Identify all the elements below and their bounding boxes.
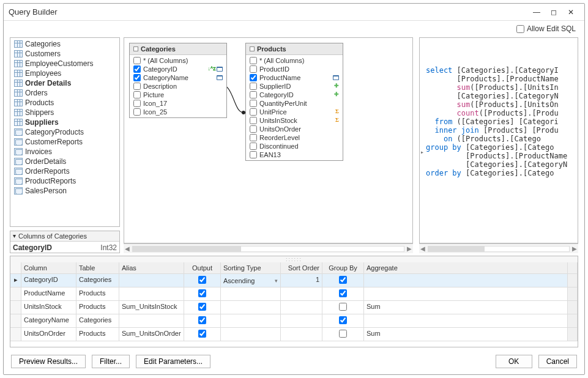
grid-row[interactable]: UnitsOnOrderProductsSum_UnitsOnOrderSum [10,328,578,341]
field-row[interactable]: SupplierID✚ [246,82,343,91]
tree-item[interactable]: ProductReports [12,176,118,186]
cell-groupby[interactable] [322,274,364,287]
cell-output[interactable] [184,301,221,314]
field-row[interactable]: Discontinued [246,142,343,150]
field-checkbox[interactable] [250,100,257,107]
cell-sorting[interactable]: Ascending▾ [221,274,281,287]
field-checkbox[interactable] [250,134,257,141]
field-row[interactable]: Icon_17 [130,99,226,108]
filter-button[interactable]: Filter... [92,355,130,368]
diagram-canvas[interactable]: Categories * (All Columns)CategoryID↓ᴬᴢC… [124,37,413,244]
cell-groupby[interactable] [322,328,364,341]
field-row[interactable]: CategoryName [130,73,226,82]
cell-table[interactable]: Products [76,328,119,341]
cell-sorting[interactable] [221,314,281,327]
grid-resizer[interactable]: :::::: [10,256,578,262]
cell-alias[interactable] [119,287,184,300]
output-checkbox[interactable] [198,330,206,338]
groupby-checkbox[interactable] [339,330,347,338]
tree-item[interactable]: Orders [12,88,118,98]
output-checkbox[interactable] [198,276,206,284]
field-row[interactable]: CategoryID✚ [246,91,343,99]
cell-table[interactable]: Categories [76,314,119,327]
field-checkbox[interactable] [133,108,141,116]
groupby-checkbox[interactable] [339,276,347,284]
cell-aggregate[interactable] [364,274,568,287]
cell-column[interactable]: UnitsOnOrder [21,328,76,341]
tree-item[interactable]: CategoryProducts [12,127,118,137]
cell-aggregate[interactable]: Sum [364,301,568,314]
field-checkbox[interactable] [133,65,141,73]
output-checkbox[interactable] [198,289,206,297]
diagram-table-categories[interactable]: Categories * (All Columns)CategoryID↓ᴬᴢC… [129,43,227,118]
cell-sorting[interactable] [221,328,281,341]
grid-row[interactable]: ▸CategoryIDCategoriesAscending▾1 [10,274,578,287]
row-selector[interactable] [10,314,21,327]
tree-item[interactable]: Products [12,98,118,108]
cell-sorting[interactable] [221,287,281,300]
cell-sortorder[interactable] [281,314,322,327]
field-row[interactable]: ProductName [246,73,343,82]
field-row[interactable]: ReorderLevel [246,133,343,142]
grid-row[interactable]: CategoryNameCategories [10,314,578,328]
cell-table[interactable]: Categories [76,274,119,287]
field-row[interactable]: ProductID [246,65,343,73]
cell-column[interactable]: CategoryName [21,314,76,327]
col-header-output[interactable]: Output [184,262,221,273]
grid-row[interactable]: ProductNameProducts [10,287,578,301]
field-checkbox[interactable] [250,65,257,73]
cell-output[interactable] [184,287,221,300]
close-button[interactable]: ✕ [562,8,579,17]
tree-item[interactable]: OrderDetails [12,157,118,166]
field-row[interactable]: UnitPriceΣ [246,108,343,116]
cell-sortorder[interactable] [281,301,322,314]
field-checkbox[interactable] [250,143,257,150]
diagram-hscroll[interactable]: ◀▶ [124,243,413,253]
cell-output[interactable] [184,314,221,327]
tree-item[interactable]: Categories [12,39,118,49]
cell-sortorder[interactable] [281,328,322,341]
diagram-table-products[interactable]: Products * (All Columns)ProductIDProduct… [245,43,343,161]
field-checkbox[interactable] [250,117,257,124]
edit-parameters-button[interactable]: Edit Parameters... [136,355,210,368]
col-header-aggregate[interactable]: Aggregate [364,262,568,273]
cell-alias[interactable]: Sum_UnitsInStock [119,301,184,314]
output-checkbox[interactable] [198,316,206,324]
column-info-row[interactable]: CategoryIDInt32 [13,243,117,253]
tree-item[interactable]: CustomerReports [12,137,118,147]
cell-sortorder[interactable]: 1 [281,274,322,287]
field-row[interactable]: UnitsOnOrder [246,125,343,133]
row-selector[interactable] [10,328,21,341]
column-info-row[interactable]: CategoryNa...String(15) [13,253,117,253]
field-checkbox[interactable] [250,151,257,158]
col-header-column[interactable]: Column [21,262,76,273]
tree-item[interactable]: SalesPerson [12,186,118,196]
cell-column[interactable]: CategoryID [21,274,76,287]
maximize-button[interactable]: ◻ [545,8,562,17]
cell-table[interactable]: Products [76,301,119,314]
tree-item[interactable]: Shippers [12,108,118,117]
field-checkbox[interactable] [250,57,257,64]
cell-groupby[interactable] [322,287,364,300]
field-checkbox[interactable] [133,83,141,90]
output-checkbox[interactable] [198,303,206,311]
field-row[interactable]: Icon_25 [130,108,226,116]
cell-column[interactable]: ProductName [21,287,76,300]
field-checkbox[interactable] [250,108,257,116]
field-checkbox[interactable] [250,74,257,81]
grid-row[interactable]: UnitsInStockProductsSum_UnitsInStockSum [10,301,578,314]
field-row[interactable]: QuantityPerUnit [246,99,343,108]
row-selector[interactable]: ▸ [10,274,21,287]
cell-aggregate[interactable] [364,314,568,327]
tree-item[interactable]: Suppliers [12,117,118,127]
cell-sortorder[interactable] [281,287,322,300]
table-tree[interactable]: CategoriesCustomersEmployeeCustomersEmpl… [10,37,120,227]
col-header-table[interactable]: Table [76,262,119,273]
row-selector[interactable] [10,287,21,300]
field-checkbox[interactable] [250,125,257,133]
cell-output[interactable] [184,328,221,341]
columns-panel-header[interactable]: ▾ Columns of Categories [10,231,119,242]
cell-alias[interactable]: Sum_UnitsOnOrder [119,328,184,341]
field-row[interactable]: * (All Columns) [246,56,343,65]
field-checkbox[interactable] [133,91,141,98]
